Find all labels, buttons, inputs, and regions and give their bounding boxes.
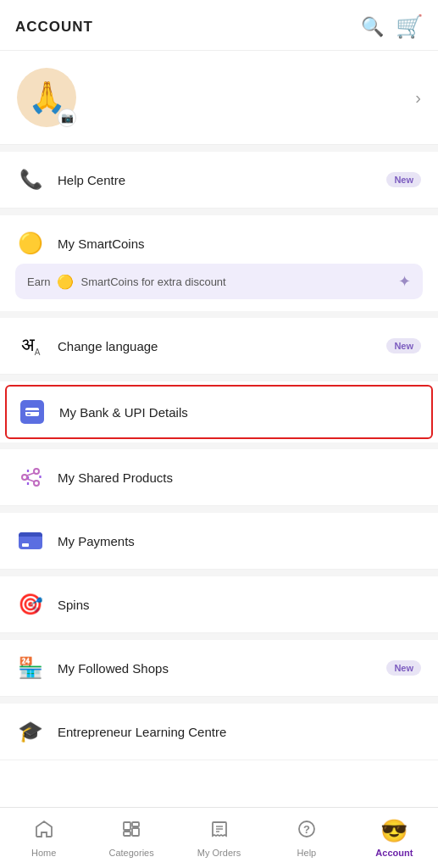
divider-4 [0,375,438,381]
menu-item-left-shared: ⋮⋅ My Shared Products [17,464,173,491]
menu-item-shared-products[interactable]: ⋮⋅ My Shared Products [0,449,438,506]
menu-item-left-language: अA Change language [17,332,158,359]
page-title: ACCOUNT [15,19,93,36]
payments-icon [17,527,44,554]
home-nav-icon [34,819,54,844]
bank-upi-label: My Bank & UPI Details [59,405,188,420]
entrepreneur-icon: 🎓 [17,718,44,745]
profile-chevron[interactable]: › [415,88,421,108]
sparkle-icon: ✦ [398,272,411,291]
svg-point-3 [22,475,27,480]
svg-line-6 [27,473,34,476]
search-icon[interactable]: 🔍 [361,16,384,38]
orders-nav-icon [209,819,230,844]
help-nav-icon: ? [297,819,317,844]
orders-nav-label: My Orders [197,848,241,858]
language-badge: New [386,338,421,353]
shared-products-label: My Shared Products [58,470,173,485]
nav-item-account[interactable]: 😎 Account [351,818,438,858]
smartcoins-promo: Earn 🟡 SmartCoins for extra discount ✦ [15,264,423,299]
nav-item-home[interactable]: Home [0,819,87,858]
camera-icon: 📷 [61,112,74,124]
shared-products-icon: ⋮⋅ [17,464,44,491]
smartcoins-promo-text: Earn 🟡 SmartCoins for extra discount [27,274,226,290]
svg-line-7 [27,479,34,481]
menu-item-left-followed: 🏪 My Followed Shops [17,654,169,682]
followed-shops-icon: 🏪 [17,654,44,682]
menu-item-left: 📞 Help Centre [17,166,125,193]
help-centre-icon: 📞 [17,166,44,193]
categories-nav-label: Categories [109,848,154,858]
nav-item-orders[interactable]: My Orders [175,819,263,858]
spacer-1 [0,303,438,311]
followed-shops-label: My Followed Shops [58,661,169,676]
profile-section[interactable]: 🙏 📷 › [0,51,438,145]
svg-rect-2 [27,414,30,415]
svg-rect-10 [132,828,139,836]
divider-5 [0,442,438,449]
spins-label: Spins [58,598,90,612]
menu-item-change-language[interactable]: अA Change language New [0,318,438,375]
svg-rect-8 [124,822,130,830]
nav-item-categories[interactable]: Categories [87,819,175,858]
bottom-nav: Home Categories My Orders [0,807,438,868]
svg-point-4 [34,469,39,474]
language-label: Change language [58,339,158,353]
camera-badge[interactable]: 📷 [58,108,76,127]
svg-rect-1 [25,410,39,412]
entrepreneur-label: Entrepreneur Learning Centre [58,725,226,739]
menu-item-left-spins: 🎯 Spins [17,591,90,618]
header-icons: 🔍 🛒 [361,14,423,40]
cart-icon[interactable]: 🛒 [396,14,423,40]
menu-item-left-payments: My Payments [17,527,135,554]
help-nav-label: Help [297,848,317,858]
menu-item-followed-shops[interactable]: 🏪 My Followed Shops New [0,640,438,697]
spins-icon: 🎯 [17,591,44,618]
menu-item-smartcoins[interactable]: 🟡 My SmartCoins [0,215,438,264]
menu-item-entrepreneur[interactable]: 🎓 Entrepreneur Learning Centre [0,704,438,760]
divider-8 [0,633,438,640]
divider-9 [0,697,438,704]
svg-rect-11 [124,832,130,836]
avatar-wrapper: 🙏 📷 [17,68,76,127]
menu-item-left-entrepreneur: 🎓 Entrepreneur Learning Centre [17,718,226,745]
svg-point-5 [34,481,39,486]
language-icon: अA [17,332,44,359]
help-centre-badge: New [386,172,421,187]
divider-2 [0,209,438,215]
menu-item-help-centre[interactable]: 📞 Help Centre New [0,152,438,209]
divider-6 [0,506,438,513]
categories-nav-icon [121,819,141,844]
divider-1 [0,145,438,152]
svg-rect-9 [132,822,139,826]
help-centre-label: Help Centre [58,173,125,187]
menu-item-bank-upi[interactable]: My Bank & UPI Details [5,385,433,439]
home-nav-label: Home [31,848,56,858]
header: ACCOUNT 🔍 🛒 [0,0,438,51]
account-nav-icon: 😎 [380,818,408,844]
profile-left: 🙏 📷 [17,68,76,127]
menu-item-left-bank: My Bank & UPI Details [19,398,188,426]
payments-label: My Payments [58,534,135,548]
nav-item-help[interactable]: ? Help [263,819,350,858]
account-nav-label: Account [375,848,413,858]
smartcoins-icon: 🟡 [17,230,44,257]
svg-text:?: ? [303,823,310,836]
smartcoins-label: My SmartCoins [58,236,145,251]
bank-icon [19,398,46,426]
divider-7 [0,570,438,576]
divider-3 [0,311,438,318]
menu-item-payments[interactable]: My Payments [0,513,438,570]
followed-shops-badge: New [386,660,421,676]
menu-item-left-smartcoins: 🟡 My SmartCoins [17,230,145,257]
menu-item-spins[interactable]: 🎯 Spins [0,576,438,633]
